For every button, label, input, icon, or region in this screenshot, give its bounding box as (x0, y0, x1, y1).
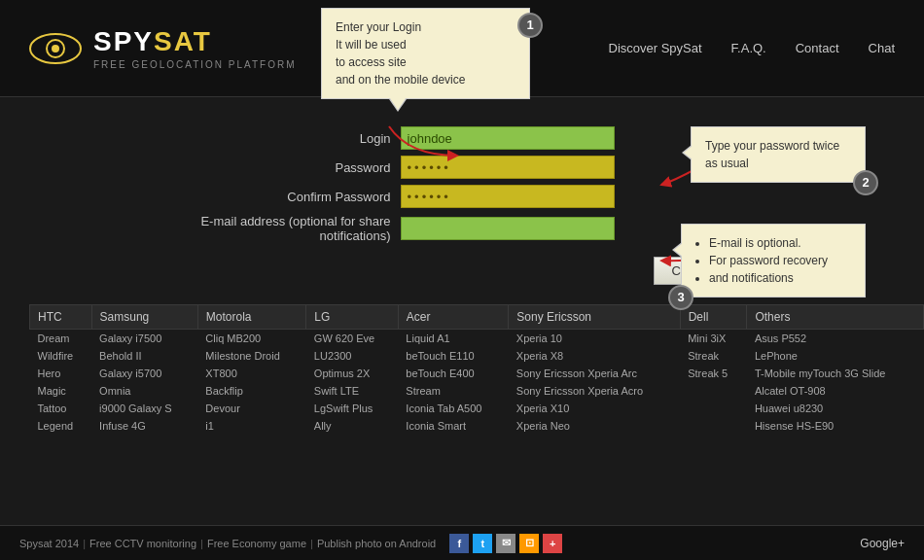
footer: Spysat 2014 | Free CCTV monitoring | Fre… (0, 525, 924, 560)
col-acer: Acer (398, 305, 508, 330)
table-cell: Legend (30, 417, 92, 435)
header: SPYSAT FREE GEOLOCATION PLATFORM Enter y… (0, 0, 924, 97)
logo-sat: SAT (154, 26, 212, 56)
social-email-icon[interactable]: ✉ (496, 534, 515, 553)
social-twitter-icon[interactable]: t (473, 534, 492, 553)
confirm-password-label: Confirm Password (148, 190, 401, 204)
nav-faq[interactable]: F.A.Q. (731, 41, 766, 55)
logo-area: SPYSAT FREE GEOLOCATION PLATFORM (29, 26, 297, 70)
table-cell (680, 382, 747, 400)
table-row: DreamGalaxy i7500Cliq MB200GW 620 EveLiq… (30, 330, 924, 348)
main-content: Login Password Confirm Password E-mail a… (0, 97, 924, 454)
table-cell: Xperia X10 (509, 400, 680, 417)
password-input[interactable] (401, 156, 615, 179)
table-cell: Xperia X8 (509, 347, 680, 365)
form-section: Login Password Confirm Password E-mail a… (29, 117, 895, 285)
confirm-password-row: Confirm Password (148, 185, 777, 208)
table-row: HeroGalaxy i5700XT800Optimus 2XbeTouch E… (30, 365, 924, 382)
step-badge-2: 2 (853, 170, 878, 195)
table-cell: Backflip (197, 382, 305, 400)
logo-subtitle: FREE GEOLOCATION PLATFORM (93, 59, 297, 70)
login-input[interactable] (401, 126, 615, 150)
tooltip-password-hint: Type your password twice as usual 2 (691, 126, 866, 183)
social-add-icon[interactable]: + (543, 534, 562, 553)
col-dell: Dell (680, 305, 747, 330)
logo-eye-icon (29, 31, 82, 66)
table-row: Tattooi9000 Galaxy SDevourLgSwift PlusIc… (30, 400, 924, 417)
table-row: LegendInfuse 4Gi1AllyIconia SmartXperia … (30, 417, 924, 435)
tooltip3-line2: For password recovery (709, 252, 851, 269)
table-cell (680, 417, 747, 435)
tooltip3-line1: E-mail is optional. (709, 234, 851, 252)
table-cell: Xperia Neo (509, 417, 680, 435)
tooltip-email-hint: E-mail is optional. For password recover… (681, 224, 866, 298)
table-cell: Huawei u8230 (747, 400, 924, 417)
step-badge-1: 1 (517, 13, 543, 38)
table-cell: beTouch E400 (398, 365, 508, 382)
table-cell: beTouch E110 (398, 347, 508, 365)
tooltip1-line1: Enter your Login (336, 18, 515, 36)
tooltip1-line2: It will be used (336, 36, 515, 53)
login-label: Login (148, 131, 401, 146)
table-cell: Streak 5 (680, 365, 747, 382)
table-cell: Ally (306, 417, 399, 435)
table-cell: LU2300 (306, 347, 399, 365)
tooltip3-line3: and notifications (709, 269, 851, 287)
logo-spy: SPY (93, 26, 154, 56)
footer-link-economy[interactable]: Free Economy game (207, 538, 306, 549)
table-header-row: HTC Samsung Motorola LG Acer Sony Ericss… (30, 305, 924, 330)
step-badge-3: 3 (668, 285, 693, 310)
col-htc: HTC (30, 305, 92, 330)
table-cell: Wildfire (30, 347, 92, 365)
logo-text: SPYSAT FREE GEOLOCATION PLATFORM (93, 26, 297, 70)
confirm-password-input[interactable] (401, 185, 615, 208)
table-cell: GW 620 Eve (306, 330, 399, 348)
tooltip1-line3: to access site (336, 53, 515, 71)
col-motorola: Motorola (197, 305, 305, 330)
table-cell: Optimus 2X (306, 365, 399, 382)
tooltip1-line4: and on the mobile device (336, 71, 515, 88)
tooltip-email-hint-wrapper: E-mail is optional. For password recover… (681, 224, 866, 298)
email-input[interactable] (401, 217, 615, 240)
footer-copyright: Spysat 2014 (19, 538, 79, 549)
nav-contact[interactable]: Contact (796, 41, 839, 55)
nav-discover[interactable]: Discover SpySat (609, 41, 702, 55)
table-cell: i1 (197, 417, 305, 435)
footer-link-android[interactable]: Publish photo on Android (317, 538, 436, 549)
col-others: Others (747, 305, 924, 330)
table-cell: Iconia Tab A500 (398, 400, 508, 417)
table-cell: Galaxy i7500 (91, 330, 197, 348)
table-cell: Xperia 10 (509, 330, 680, 348)
table-cell: Swift LTE (306, 382, 399, 400)
device-table: HTC Samsung Motorola LG Acer Sony Ericss… (29, 304, 924, 435)
table-cell: Asus P552 (747, 330, 924, 348)
logo-brand: SPYSAT (93, 26, 297, 57)
tooltip-login-hint: Enter your Login It will be used to acce… (321, 8, 530, 99)
footer-link-cctv[interactable]: Free CCTV monitoring (89, 538, 196, 549)
table-row: MagicOmniaBackflipSwift LTEStreamSony Er… (30, 382, 924, 400)
tooltip2-text: Type your password twice as usual (705, 139, 839, 170)
table-cell: LePhone (747, 347, 924, 365)
footer-left: Spysat 2014 | Free CCTV monitoring | Fre… (19, 534, 562, 553)
table-cell: Hero (30, 365, 92, 382)
nav-area: Discover SpySat F.A.Q. Contact Chat (609, 41, 896, 55)
footer-google-plus[interactable]: Google+ (860, 537, 905, 550)
table-cell: T-Mobile myTouch 3G Slide (747, 365, 924, 382)
table-cell: Sony Ericsson Xperia Arc (509, 365, 680, 382)
table-cell: Behold II (91, 347, 197, 365)
tooltip-password-hint-wrapper: Type your password twice as usual 2 (691, 126, 866, 183)
table-cell: Alcatel OT-908 (747, 382, 924, 400)
table-cell: Infuse 4G (91, 417, 197, 435)
table-cell: XT800 (197, 365, 305, 382)
table-cell: Cliq MB200 (197, 330, 305, 348)
table-cell: Stream (398, 382, 508, 400)
email-label: E-mail address (optional for share notif… (148, 214, 401, 243)
social-rss-icon[interactable]: ⊡ (519, 534, 539, 553)
table-row: WildfireBehold IIMilestone DroidLU2300be… (30, 347, 924, 365)
social-facebook-icon[interactable]: f (449, 534, 469, 553)
table-cell: Iconia Smart (398, 417, 508, 435)
social-icons: f t ✉ ⊡ + (449, 534, 562, 553)
nav-chat[interactable]: Chat (869, 41, 895, 55)
table-cell: Devour (197, 400, 305, 417)
table-cell: Milestone Droid (197, 347, 305, 365)
